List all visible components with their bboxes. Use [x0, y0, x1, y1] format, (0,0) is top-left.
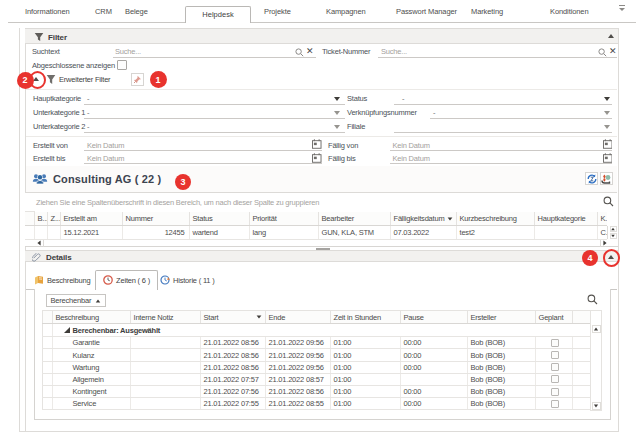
- tab-helpdesk[interactable]: Helpdesk: [185, 6, 251, 23]
- grid-scroll-left-button[interactable]: [35, 240, 44, 247]
- grid-group-hint[interactable]: Ziehen Sie eine Spaltenüberschrift in di…: [36, 198, 319, 207]
- col-prioritaet[interactable]: Priorität: [249, 212, 318, 226]
- cell-geplant[interactable]: [535, 398, 572, 410]
- group-by-chip-berechenbar[interactable]: Berechenbar: [46, 294, 107, 307]
- export-button[interactable]: [600, 172, 613, 185]
- grid-vscrollbar[interactable]: [607, 226, 618, 240]
- status-dropdown[interactable]: [394, 104, 612, 105]
- tab-crm[interactable]: CRM: [95, 7, 112, 16]
- suchtext-search-icon[interactable]: [295, 48, 304, 57]
- unterkategorie2-dropdown[interactable]: [84, 132, 345, 133]
- suchtext-input[interactable]: [113, 57, 316, 58]
- zeiten-vscrollbar[interactable]: [590, 310, 602, 411]
- cell-geplant[interactable]: [535, 349, 572, 361]
- cell-geplant[interactable]: [535, 386, 572, 398]
- tab-informationen[interactable]: Informationen: [25, 7, 70, 16]
- tab-beschreibung[interactable]: Beschreibung: [34, 272, 90, 288]
- filter-panel-header[interactable]: Filter: [25, 28, 618, 44]
- col-b[interactable]: B...: [34, 212, 47, 226]
- col-bearbeiter[interactable]: Bearbeiter: [318, 212, 390, 226]
- unterkategorie1-dropdown[interactable]: [84, 118, 345, 119]
- col-z[interactable]: Z...: [47, 212, 60, 226]
- col-faelligkeitsdatum[interactable]: Fälligkeitsdatum: [390, 212, 456, 226]
- tab-marketing[interactable]: Marketing: [471, 7, 503, 16]
- cell-geplant[interactable]: [535, 361, 572, 373]
- col-beschreibung[interactable]: Beschreibung: [52, 310, 130, 324]
- erstellt-von-input[interactable]: [84, 150, 322, 151]
- status-dropdown-icon[interactable]: [604, 97, 610, 101]
- details-panel-header[interactable]: Details: [25, 250, 618, 263]
- geplant-checkbox[interactable]: [551, 375, 559, 383]
- col-hauptkategorie[interactable]: Hauptkategorie: [534, 212, 597, 226]
- grid-scroll-up-button[interactable]: [610, 226, 617, 232]
- tab-historie[interactable]: Historie ( 11 ): [160, 272, 214, 288]
- ticket-clear-icon[interactable]: ✕: [609, 46, 617, 56]
- faellig-von-input[interactable]: [390, 150, 612, 151]
- zeit-row[interactable]: Wartung 21.01.2022 08:56 21.01.2022 09:5…: [42, 361, 590, 373]
- filter-collapse-icon[interactable]: [608, 34, 614, 38]
- col-erstellt-am[interactable]: Erstellt am: [60, 212, 122, 226]
- cell-geplant[interactable]: [535, 337, 572, 349]
- zeit-row[interactable]: Kulanz 21.01.2022 08:56 21.01.2022 09:56…: [42, 349, 590, 361]
- col-interne-notiz[interactable]: Interne Notiz: [130, 310, 200, 324]
- suchtext-clear-icon[interactable]: ✕: [306, 46, 314, 56]
- geplant-checkbox[interactable]: [551, 400, 559, 408]
- col-status[interactable]: Status: [189, 212, 249, 226]
- abgeschlossene-checkbox[interactable]: [117, 60, 127, 70]
- refresh-button[interactable]: [585, 172, 598, 185]
- grid-scroll-down-button[interactable]: [610, 233, 617, 239]
- faellig-von-calendar-icon[interactable]: [603, 139, 613, 149]
- zeit-row[interactable]: Kontingent 21.01.2022 07:56 21.01.2022 0…: [42, 386, 590, 398]
- col-kurzbeschreibung[interactable]: Kurzbeschreibung: [456, 212, 534, 226]
- ticket-row[interactable]: 15.12.2021 12455 wartend lang GUN, KLA, …: [25, 226, 607, 240]
- details-search-icon[interactable]: [587, 294, 598, 305]
- unterkategorie1-dropdown-icon[interactable]: [334, 111, 340, 115]
- zeit-row[interactable]: Allgemein 21.01.2022 07:57 21.01.2022 08…: [42, 373, 590, 385]
- verknuepfungsnummer-dropdown-icon[interactable]: [604, 111, 610, 115]
- filiale-dropdown[interactable]: [394, 132, 612, 133]
- col-pause[interactable]: Pause: [400, 310, 467, 324]
- group-row[interactable]: Berechenbar: Ausgewählt: [42, 324, 590, 337]
- col-zeit-in-stunden[interactable]: Zeit in Stunden: [330, 310, 400, 324]
- pin-button[interactable]: [131, 73, 144, 86]
- hauptkategorie-dropdown[interactable]: [84, 104, 345, 105]
- tab-kampagnen[interactable]: Kampagnen: [326, 7, 366, 16]
- zeiten-scroll-up-button[interactable]: [592, 325, 601, 333]
- col-nummer[interactable]: Nummer: [122, 212, 189, 226]
- geplant-checkbox[interactable]: [551, 339, 559, 347]
- faellig-bis-calendar-icon[interactable]: [603, 153, 613, 163]
- ticket-nummer-input[interactable]: [378, 57, 617, 58]
- zeiten-scroll-down-button[interactable]: [592, 402, 601, 410]
- grid-scroll-right-button[interactable]: [600, 240, 609, 247]
- geplant-checkbox[interactable]: [551, 351, 559, 359]
- tab-zeiten[interactable]: Zeiten ( 6 ): [95, 270, 158, 291]
- unterkategorie2-dropdown-icon[interactable]: [334, 125, 340, 129]
- geplant-checkbox[interactable]: [551, 363, 559, 371]
- grid-search-icon[interactable]: [603, 196, 614, 207]
- tab-projekte[interactable]: Projekte: [264, 7, 291, 16]
- hauptkategorie-dropdown-icon[interactable]: [334, 97, 340, 101]
- geplant-checkbox[interactable]: [551, 388, 559, 396]
- col-start[interactable]: Start: [200, 310, 265, 324]
- ticket-search-icon[interactable]: [598, 48, 607, 57]
- tab-konditionen[interactable]: Konditionen: [550, 7, 589, 16]
- grid-hscrollbar[interactable]: [25, 240, 618, 247]
- filiale-dropdown-icon[interactable]: [604, 125, 610, 129]
- zeit-row[interactable]: Service 21.01.2022 07:55 21.01.2022 08:5…: [42, 398, 590, 410]
- col-ende[interactable]: Ende: [265, 310, 330, 324]
- faellig-bis-input[interactable]: [390, 163, 612, 164]
- cell-geplant[interactable]: [535, 373, 572, 385]
- erweiterter-filter-label[interactable]: Erweiterter Filter: [59, 75, 110, 84]
- group-row-cell[interactable]: Berechenbar: Ausgewählt: [52, 324, 590, 337]
- col-geplant[interactable]: Geplant: [535, 310, 572, 324]
- col-ki[interactable]: K...: [597, 212, 607, 226]
- tab-passwort-manager[interactable]: Passwort Manager: [396, 7, 457, 16]
- tab-overflow-icon[interactable]: [618, 5, 626, 12]
- col-ersteller[interactable]: Ersteller: [467, 310, 535, 324]
- erstellt-bis-input[interactable]: [84, 163, 322, 164]
- erstellt-bis-calendar-icon[interactable]: [312, 153, 322, 163]
- tab-belege[interactable]: Belege: [125, 7, 148, 16]
- verknuepfungsnummer-dropdown[interactable]: [430, 118, 612, 119]
- erstellt-von-calendar-icon[interactable]: [312, 139, 322, 149]
- zeit-row[interactable]: Garantie 21.01.2022 08:56 21.01.2022 09:…: [42, 337, 590, 349]
